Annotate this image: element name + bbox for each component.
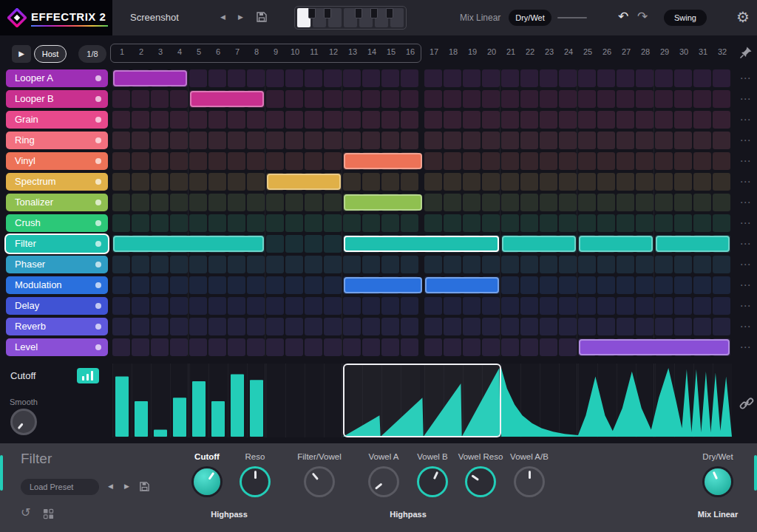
grid-cell[interactable]	[540, 338, 557, 356]
grid-cell[interactable]	[343, 132, 361, 149]
grid-cell[interactable]	[655, 132, 673, 149]
grid-cell[interactable]	[381, 69, 399, 87]
row-menu-ellipsis-icon[interactable]: ⋯	[736, 279, 754, 292]
pattern-black-key[interactable]	[308, 8, 316, 18]
grid-cell[interactable]	[266, 152, 284, 170]
track-state-dot[interactable]	[95, 220, 101, 226]
grid-cell[interactable]	[559, 173, 577, 191]
grid-cell[interactable]	[578, 152, 596, 170]
grid-cell[interactable]	[266, 90, 284, 108]
grid-cell[interactable]	[285, 235, 303, 253]
grid-cell[interactable]	[578, 297, 596, 315]
grid-cell[interactable]	[559, 152, 577, 170]
grid-cell[interactable]	[636, 194, 654, 211]
grid-cell[interactable]	[463, 297, 481, 315]
grid-cell[interactable]	[266, 111, 284, 129]
grid-cell[interactable]	[636, 90, 654, 108]
grid-cell[interactable]	[501, 69, 519, 87]
grid-cell[interactable]	[247, 214, 265, 232]
grid-cell[interactable]	[362, 111, 380, 129]
grid-cell[interactable]	[540, 256, 557, 273]
grid-cell[interactable]	[247, 297, 265, 315]
grid-cell[interactable]	[693, 132, 711, 149]
grid-cell[interactable]	[305, 194, 322, 211]
grid-cell[interactable]	[324, 256, 342, 273]
grid-cell[interactable]	[247, 69, 265, 87]
grid-cell[interactable]	[424, 152, 442, 170]
grid-cell[interactable]	[151, 90, 169, 108]
grid-cell[interactable]	[693, 276, 711, 294]
pattern-black-key[interactable]	[355, 8, 362, 18]
grid-cell[interactable]	[674, 318, 692, 335]
grid-cell[interactable]	[208, 256, 226, 273]
grid-cell[interactable]	[520, 194, 538, 211]
grid-cell[interactable]	[189, 173, 207, 191]
grid-cell[interactable]	[228, 318, 245, 335]
grid-cell[interactable]	[324, 276, 342, 294]
grid-cell[interactable]	[597, 173, 615, 191]
sequencer-block[interactable]	[579, 339, 730, 355]
row-menu-ellipsis-icon[interactable]: ⋯	[736, 113, 754, 126]
reset-icon[interactable]: ↺	[21, 505, 30, 519]
grid-cell[interactable]	[151, 338, 169, 356]
track-state-dot[interactable]	[95, 137, 101, 143]
grid-cell[interactable]	[713, 90, 730, 108]
grid-cell[interactable]	[228, 152, 245, 170]
redo-icon[interactable]: ↷	[637, 9, 648, 24]
grid-cell[interactable]	[362, 338, 380, 356]
grid-cell[interactable]	[132, 90, 149, 108]
grid-cell[interactable]	[208, 276, 226, 294]
grid-cell[interactable]	[362, 132, 380, 149]
preset-next-button[interactable]: ▶	[238, 13, 243, 21]
cutoff-knob[interactable]	[194, 468, 220, 495]
grid-cell[interactable]	[324, 90, 342, 108]
grid-cell[interactable]	[482, 318, 500, 335]
grid-cell[interactable]	[170, 297, 188, 315]
grid-cell[interactable]	[501, 256, 519, 273]
grid-cell[interactable]	[381, 256, 399, 273]
grid-cell[interactable]	[617, 132, 634, 149]
grid-cell[interactable]	[655, 152, 673, 170]
grid-cell[interactable]	[151, 173, 169, 191]
grid-cell[interactable]	[208, 194, 226, 211]
row-menu-ellipsis-icon[interactable]: ⋯	[736, 72, 754, 85]
grid-cell[interactable]	[617, 90, 634, 108]
grid-cell[interactable]	[305, 214, 322, 232]
grid-cell[interactable]	[247, 152, 265, 170]
grid-cell[interactable]	[285, 297, 303, 315]
grid-cell[interactable]	[617, 214, 634, 232]
grid-cell[interactable]	[444, 297, 461, 315]
grid-cell[interactable]	[401, 90, 418, 108]
grid-cell[interactable]	[305, 235, 322, 253]
grid-cell[interactable]	[362, 173, 380, 191]
grid-cell[interactable]	[578, 173, 596, 191]
grid-cell[interactable]	[324, 111, 342, 129]
grid-cell[interactable]	[559, 338, 577, 356]
grid-cell[interactable]	[247, 338, 265, 356]
grid-cell[interactable]	[424, 214, 442, 232]
grid-cell[interactable]	[693, 152, 711, 170]
grid-cell[interactable]	[401, 69, 418, 87]
load-preset-button[interactable]: Load Preset	[21, 479, 99, 495]
grid-cell[interactable]	[636, 132, 654, 149]
grid-cell[interactable]	[189, 111, 207, 129]
grid-cell[interactable]	[617, 194, 634, 211]
grid-cell[interactable]	[617, 69, 634, 87]
grid-cell[interactable]	[597, 297, 615, 315]
grid-cell[interactable]	[189, 318, 207, 335]
track-label-filter[interactable]: Filter	[6, 235, 108, 253]
preset-prev-button[interactable]: ◀	[220, 13, 225, 21]
grid-cell[interactable]	[424, 297, 442, 315]
grid-cell[interactable]	[693, 69, 711, 87]
grid-cell[interactable]	[520, 90, 538, 108]
track-label-vinyl[interactable]: Vinyl	[6, 152, 108, 170]
grid-cell[interactable]	[501, 194, 519, 211]
grid-cell[interactable]	[112, 194, 130, 211]
sequencer-block[interactable]	[113, 70, 187, 86]
track-label-ring[interactable]: Ring	[6, 132, 108, 149]
grid-cell[interactable]	[559, 256, 577, 273]
grid-cell[interactable]	[482, 69, 500, 87]
grid-cell[interactable]	[578, 256, 596, 273]
grid-cell[interactable]	[401, 111, 418, 129]
grid-cell[interactable]	[208, 111, 226, 129]
